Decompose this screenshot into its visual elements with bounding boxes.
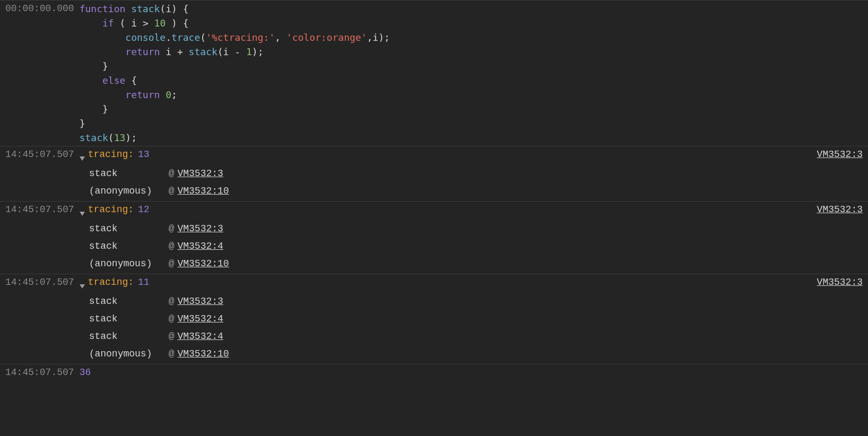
console-entry-trace: 14:45:07.507 tracing:12 VM3532:3 stack @… (0, 201, 868, 274)
at-symbol: @ (169, 312, 175, 326)
stack-frame-location[interactable]: VM3532:3 (177, 167, 223, 181)
trace-value: 11 (138, 277, 150, 287)
stack-frame-location[interactable]: VM3532:4 (177, 239, 223, 254)
stack-frame-location[interactable]: VM3532:10 (177, 184, 229, 198)
trace-label: tracing: (88, 149, 134, 160)
stack-frame-fn: (anonymous) (89, 184, 169, 198)
console-entry-code: 00:00:00.000 function stack(i) { if ( i … (0, 0, 868, 146)
stack-frame-fn: (anonymous) (89, 257, 169, 271)
console-entry-result: 14:45:07.507 36 (0, 364, 868, 381)
timestamp: 14:45:07.507 (5, 203, 80, 217)
stack-trace: stack @ VM3532:3 stack @ VM3532:4 (anony… (89, 220, 863, 273)
stack-frame-location[interactable]: VM3532:3 (177, 222, 223, 236)
trace-value: 13 (138, 149, 150, 160)
stack-frame: stack @ VM3532:3 (89, 293, 863, 310)
at-symbol: @ (169, 222, 175, 236)
at-symbol: @ (169, 329, 175, 344)
stack-frame-fn: (anonymous) (89, 347, 169, 361)
result-value: 36 (80, 367, 91, 378)
stack-frame: (anonymous) @ VM3532:10 (89, 255, 863, 273)
disclosure-triangle-icon[interactable] (80, 212, 85, 216)
timestamp: 14:45:07.507 (5, 275, 80, 290)
stack-frame: (anonymous) @ VM3532:10 (89, 345, 863, 363)
disclosure-triangle-icon[interactable] (80, 156, 85, 161)
stack-frame-location[interactable]: VM3532:3 (177, 294, 223, 309)
stack-frame: stack @ VM3532:3 (89, 220, 863, 238)
at-symbol: @ (169, 184, 175, 198)
stack-trace: stack @ VM3532:3 (anonymous) @ VM3532:10 (89, 165, 863, 200)
stack-frame-location[interactable]: VM3532:10 (177, 257, 229, 271)
source-link[interactable]: VM3532:3 (817, 147, 863, 162)
stack-frame: (anonymous) @ VM3532:10 (89, 182, 863, 200)
disclosure-triangle-icon[interactable] (80, 284, 85, 289)
stack-frame-fn: stack (89, 239, 169, 254)
at-symbol: @ (169, 257, 175, 271)
console-entry-trace: 14:45:07.507 tracing:11 VM3532:3 stack @… (0, 274, 868, 364)
stack-frame-fn: stack (89, 222, 169, 236)
stack-frame-location[interactable]: VM3532:4 (177, 329, 223, 344)
stack-frame-fn: stack (89, 167, 169, 181)
at-symbol: @ (169, 239, 175, 254)
stack-frame-fn: stack (89, 294, 169, 309)
timestamp: 00:00:00.000 (5, 2, 80, 16)
stack-frame-location[interactable]: VM3532:4 (177, 312, 223, 326)
code-block: function stack(i) { if ( i > 10 ) { cons… (80, 2, 863, 145)
stack-trace: stack @ VM3532:3 stack @ VM3532:4 stack … (89, 293, 863, 363)
stack-frame-location[interactable]: VM3532:10 (177, 347, 229, 361)
timestamp: 14:45:07.507 (5, 365, 80, 380)
trace-label: tracing: (88, 204, 134, 215)
stack-frame-fn: stack (89, 312, 169, 326)
console-entry-trace: 14:45:07.507 tracing:13 VM3532:3 stack @… (0, 146, 868, 201)
stack-frame: stack @ VM3532:4 (89, 328, 863, 345)
at-symbol: @ (169, 347, 175, 361)
trace-value: 12 (138, 204, 150, 215)
source-link[interactable]: VM3532:3 (817, 203, 863, 217)
stack-frame: stack @ VM3532:4 (89, 310, 863, 328)
stack-frame: stack @ VM3532:3 (89, 165, 863, 182)
stack-frame-fn: stack (89, 329, 169, 344)
at-symbol: @ (169, 294, 175, 309)
timestamp: 14:45:07.507 (5, 147, 80, 162)
source-link[interactable]: VM3532:3 (817, 275, 863, 290)
stack-frame: stack @ VM3532:4 (89, 238, 863, 255)
trace-label: tracing: (88, 277, 134, 287)
at-symbol: @ (169, 167, 175, 181)
code-body: function stack(i) { if ( i > 10 ) { cons… (80, 2, 863, 145)
